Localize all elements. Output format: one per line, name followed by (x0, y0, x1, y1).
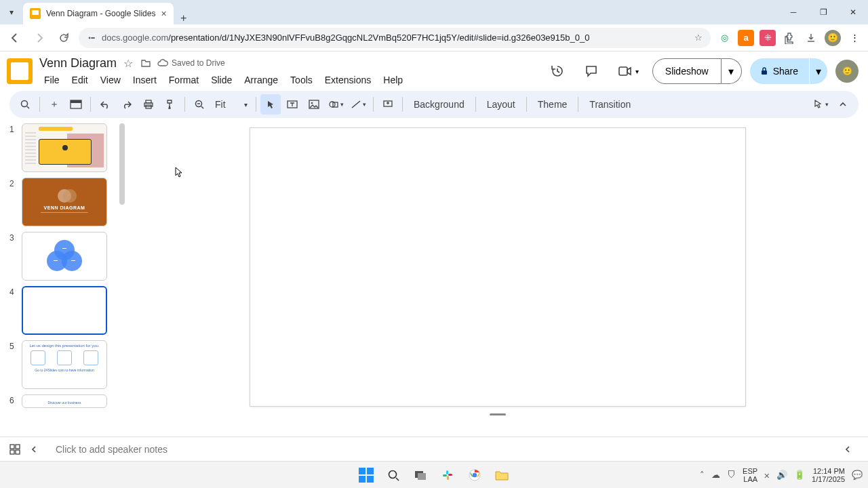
window-maximize[interactable]: ❐ (808, 0, 838, 24)
tray-notifications-icon[interactable]: 💬 (852, 470, 863, 480)
downloads-icon[interactable] (803, 30, 819, 46)
browser-toolbar: docs.google.com/presentation/d/1NyJXE3N9… (0, 24, 868, 52)
menu-view[interactable]: View (96, 73, 125, 87)
meet-button[interactable]: ▾ (612, 58, 644, 84)
redo-button[interactable] (117, 94, 137, 115)
select-tool[interactable] (260, 94, 281, 115)
version-history-icon[interactable] (545, 58, 570, 84)
filmstrip[interactable]: 1 2 VENN DIAGRAM 3 (0, 118, 127, 436)
explore-tab-icon[interactable] (844, 445, 859, 454)
line-tool[interactable]: ▾ (348, 94, 369, 115)
tray-chevron-icon[interactable]: ˄ (700, 470, 705, 480)
extension-icon-1[interactable]: ◎ (716, 30, 732, 46)
new-tab-button[interactable]: + (174, 12, 194, 24)
nav-reload-button[interactable] (54, 28, 73, 47)
collapse-toolbar-icon[interactable] (833, 94, 853, 115)
slide-thumbnail-4-selected[interactable] (22, 286, 107, 335)
menu-insert[interactable]: Insert (128, 73, 161, 87)
zoom-level-dropdown[interactable]: Fit ▾ (211, 94, 252, 115)
share-button[interactable]: Share (750, 58, 809, 84)
slide-canvas[interactable] (250, 127, 746, 407)
browser-profile-avatar[interactable]: 🙂 (825, 30, 841, 46)
move-icon[interactable] (140, 57, 152, 69)
share-dropdown[interactable]: ▾ (810, 58, 827, 84)
document-title[interactable]: Venn Diagram (39, 56, 117, 70)
nav-forward-button[interactable] (30, 28, 49, 47)
new-slide-layout-dropdown[interactable] (66, 94, 86, 115)
taskbar-slack-icon[interactable] (439, 466, 456, 484)
tray-wifi-icon[interactable]: ⨉ (764, 470, 770, 481)
browser-tab-active[interactable]: Venn Diagram - Google Slides × (23, 3, 174, 24)
nav-back-button[interactable] (5, 28, 24, 47)
window-close[interactable]: ✕ (838, 0, 868, 24)
menu-file[interactable]: File (39, 73, 64, 87)
comment-tool[interactable] (378, 94, 398, 115)
tray-security-icon[interactable]: ⛉ (727, 470, 736, 480)
tab-search-dropdown[interactable]: ▾ (0, 0, 23, 24)
extension-icon-3[interactable]: ⁜ (760, 30, 776, 46)
print-button[interactable] (138, 94, 159, 115)
comments-icon[interactable] (578, 58, 604, 84)
cursor-mode-icon[interactable]: ▾ (810, 94, 831, 115)
taskbar-chrome-icon[interactable] (466, 466, 484, 484)
svg-rect-6 (71, 100, 81, 103)
slide-thumbnail-1[interactable] (22, 123, 107, 172)
site-info-icon[interactable] (87, 33, 96, 43)
taskbar-explorer-icon[interactable] (493, 466, 511, 484)
search-menus-icon[interactable] (15, 94, 35, 115)
grid-view-icon[interactable] (9, 444, 20, 455)
undo-button[interactable] (95, 94, 115, 115)
speaker-notes-input[interactable]: Click to add speaker notes (47, 437, 834, 462)
slide-thumbnail-3[interactable] (22, 232, 107, 281)
star-icon[interactable]: ☆ (122, 57, 134, 69)
tray-language[interactable]: ESP LAA (743, 467, 757, 483)
new-slide-button[interactable]: ＋ (44, 94, 64, 115)
account-avatar[interactable]: 🙂 (835, 60, 859, 83)
start-button[interactable] (357, 466, 375, 484)
slide-thumbnail-6[interactable]: Discover our business (22, 394, 107, 408)
tab-close-icon[interactable]: × (161, 8, 166, 19)
image-tool[interactable] (304, 94, 324, 115)
slideshow-dropdown[interactable]: ▾ (722, 58, 742, 84)
svg-point-21 (389, 470, 397, 478)
extension-icon-2[interactable]: a (738, 30, 754, 46)
bottom-strip: Click to add speaker notes (0, 436, 868, 461)
menu-help[interactable]: Help (378, 73, 408, 87)
background-button[interactable]: Background (407, 99, 471, 110)
paint-format-button[interactable] (160, 94, 180, 115)
canvas-area[interactable] (127, 118, 868, 436)
menu-format[interactable]: Format (164, 73, 203, 87)
bookmark-star-icon[interactable]: ☆ (694, 33, 703, 43)
tab-title: Venn Diagram - Google Slides (46, 9, 155, 18)
tray-clock[interactable]: 12:14 PM 1/17/2025 (812, 467, 845, 483)
textbox-tool[interactable] (282, 94, 302, 115)
menu-arrange[interactable]: Arrange (239, 73, 283, 87)
layout-button[interactable]: Layout (480, 99, 522, 110)
window-minimize[interactable]: ─ (778, 0, 808, 24)
tray-onedrive-icon[interactable]: ☁ (711, 470, 720, 480)
theme-button[interactable]: Theme (531, 99, 574, 110)
tray-volume-icon[interactable]: 🔊 (776, 470, 787, 480)
address-bar[interactable]: docs.google.com/presentation/d/1NyJXE3N9… (79, 28, 711, 48)
tray-lang1: ESP (743, 467, 757, 475)
slides-logo-icon[interactable] (7, 58, 33, 84)
menu-edit[interactable]: Edit (67, 73, 93, 87)
zoom-out-button[interactable] (189, 94, 210, 115)
transition-button[interactable]: Transition (583, 99, 637, 110)
extensions-puzzle-icon[interactable] (781, 30, 797, 46)
taskbar-search-icon[interactable] (384, 466, 402, 484)
save-status[interactable]: Saved to Drive (157, 58, 225, 68)
slideshow-button[interactable]: Slideshow (652, 58, 722, 84)
menu-slide[interactable]: Slide (206, 73, 237, 87)
task-view-icon[interactable] (412, 466, 429, 484)
collapse-filmstrip-icon[interactable] (30, 445, 38, 454)
shape-tool[interactable]: ▾ (326, 94, 347, 115)
slide-thumbnail-2[interactable]: VENN DIAGRAM (22, 178, 107, 226)
notes-resize-handle[interactable] (490, 413, 506, 415)
tray-battery-icon[interactable]: 🔋 (794, 470, 805, 480)
menu-extensions[interactable]: Extensions (320, 73, 376, 87)
slide-thumbnail-5[interactable]: Let us design this presentation for you.… (22, 340, 107, 389)
menu-tools[interactable]: Tools (285, 73, 317, 87)
browser-menu-icon[interactable]: ⋮ (846, 30, 863, 46)
filmstrip-scrollbar[interactable] (119, 123, 125, 205)
